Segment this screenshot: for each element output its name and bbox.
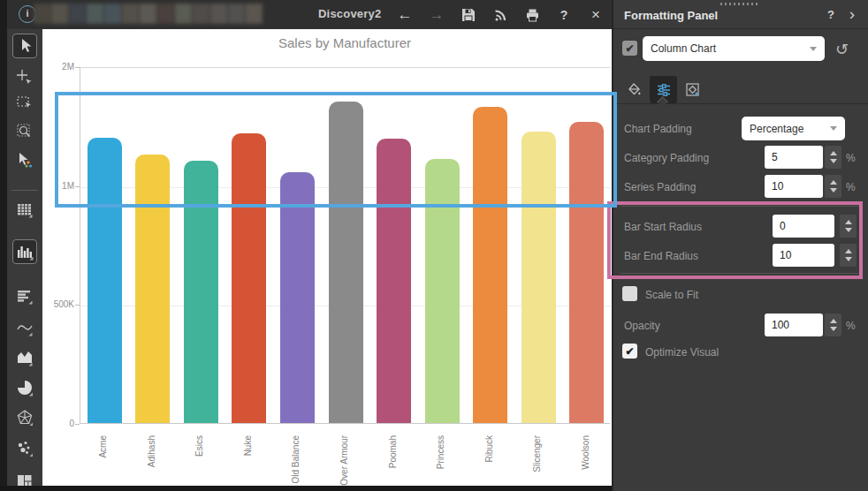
chart-bar[interactable]	[232, 133, 266, 423]
chart-bar[interactable]	[569, 122, 604, 423]
crosshair-pointer-icon	[15, 68, 34, 87]
sidebar-item-zoom-select[interactable]	[15, 122, 34, 141]
help-icon[interactable]: ?	[552, 4, 576, 26]
sliders-icon	[656, 82, 672, 98]
window-edge	[0, 0, 7, 491]
y-axis-tick	[75, 67, 80, 68]
panel-drag-handle[interactable]	[720, 2, 760, 6]
radar-chart-icon	[15, 408, 34, 427]
chart-bar[interactable]	[88, 138, 122, 423]
bar-start-radius-input[interactable]	[773, 215, 834, 238]
opacity-input[interactable]	[765, 313, 823, 336]
x-axis-label: Adihash	[147, 431, 157, 491]
series-padding-input[interactable]	[765, 175, 823, 198]
field-label: Scale to Fit	[645, 289, 698, 301]
x-axis-label: Princess	[436, 431, 446, 491]
chart-padding-dropdown[interactable]: Percentage	[742, 117, 845, 140]
visual-enabled-checkbox[interactable]: ✔	[622, 41, 637, 56]
table-icon	[15, 200, 34, 220]
close-icon[interactable]: ×	[583, 4, 608, 26]
pointer-icon	[15, 36, 34, 56]
area-chart-icon	[15, 348, 34, 367]
x-axis-label: Over Armour	[339, 431, 350, 491]
field-label: Opacity	[624, 320, 660, 332]
back-icon[interactable]: ←	[392, 4, 417, 26]
dashboard-title: Discovery2	[318, 7, 381, 20]
chart-title: Sales by Manufacturer	[80, 35, 610, 50]
sidebar-item-column-chart[interactable]	[12, 239, 37, 264]
series-padding-stepper[interactable]	[825, 175, 841, 198]
chart-bar[interactable]	[522, 132, 556, 423]
category-padding-input[interactable]	[765, 146, 823, 169]
percent-unit: %	[846, 152, 856, 164]
x-axis-label: Nuke	[243, 431, 254, 491]
chart-bar[interactable]	[329, 102, 363, 423]
sidebar-item-bar-chart[interactable]	[15, 287, 34, 306]
line-chart-icon	[15, 319, 34, 338]
sidebar-item-rectangle-select[interactable]	[15, 94, 34, 113]
field-label: Bar End Radius	[624, 250, 698, 262]
chart-bar[interactable]	[135, 155, 170, 423]
percent-unit: %	[846, 320, 856, 332]
y-axis-label: 0	[42, 419, 74, 428]
x-axis-label: Ribuck	[484, 431, 495, 491]
sidebar-item-data-pointer[interactable]	[15, 151, 34, 170]
subscribe-feed-icon[interactable]	[488, 4, 513, 26]
y-axis-label: 500K	[42, 299, 74, 309]
paint-bucket-icon	[627, 82, 642, 97]
chart-bar[interactable]	[280, 172, 315, 423]
tab-data-format[interactable]	[679, 76, 706, 103]
visual-type-dropdown[interactable]: Column Chart	[643, 36, 825, 61]
x-axis-label: Esics	[194, 431, 205, 491]
x-axis-label: Old Balance	[291, 431, 301, 491]
sidebar-item-area-chart[interactable]	[15, 348, 34, 367]
reset-icon[interactable]: ↺	[835, 40, 849, 59]
redacted-toolbar-items	[34, 4, 263, 24]
opacity-stepper[interactable]	[825, 313, 841, 336]
visual-type-value: Column Chart	[651, 42, 716, 55]
category-padding-stepper[interactable]	[825, 146, 841, 169]
chart-bar[interactable]	[425, 159, 460, 423]
sidebar-item-treemap-chart[interactable]	[15, 472, 34, 486]
panel-collapse-icon[interactable]: ›	[845, 4, 859, 24]
sidebar-item-point-select[interactable]	[15, 68, 34, 87]
sidebar-item-scatter-chart[interactable]	[15, 439, 34, 458]
chevron-down-icon	[810, 47, 817, 51]
pie-chart-icon	[15, 378, 34, 397]
application-window: i Discovery2 ← → ? ×	[0, 0, 868, 491]
field-label: Category Padding	[624, 152, 709, 164]
y-axis-label: 1M	[42, 181, 74, 191]
forward-icon[interactable]: →	[424, 4, 449, 26]
bar-end-radius-stepper[interactable]	[840, 244, 857, 267]
plot-area	[80, 67, 610, 424]
sidebar-item-pie-chart[interactable]	[15, 378, 34, 397]
sidebar-item-table[interactable]	[15, 200, 34, 220]
bar-end-radius-input[interactable]	[773, 244, 834, 267]
sidebar-item-radar-chart[interactable]	[15, 408, 34, 427]
formatting-panel: Formatting Panel ? › ✔ Column Chart ↺ Ch…	[612, 0, 868, 491]
tab-fill-format[interactable]	[621, 76, 648, 103]
x-axis-label: Woolson	[581, 431, 591, 491]
sidebar-divider	[11, 190, 38, 191]
panel-help-icon[interactable]: ?	[824, 8, 838, 21]
chart-padding-value: Percentage	[750, 123, 803, 135]
bar-start-radius-stepper[interactable]	[840, 215, 857, 238]
percent-unit: %	[846, 181, 856, 193]
save-icon[interactable]	[456, 4, 481, 26]
field-label: Optimize Visual	[645, 346, 719, 359]
print-icon[interactable]	[520, 4, 544, 26]
y-axis-tick	[75, 186, 80, 187]
y-axis-label: 2M	[42, 62, 74, 72]
scale-to-fit-checkbox[interactable]: ✔	[622, 286, 637, 301]
chart-bar[interactable]	[184, 161, 218, 423]
window-bottom-edge	[0, 486, 612, 491]
sidebar-item-line-chart[interactable]	[15, 319, 34, 338]
x-axis-label: Poomah	[388, 431, 399, 491]
marquee-pointer-icon	[15, 94, 34, 113]
chart-bar[interactable]	[473, 107, 507, 423]
optimize-visual-checkbox[interactable]: ✔	[622, 344, 637, 359]
field-label: Bar Start Radius	[624, 221, 702, 233]
sidebar-item-pointer[interactable]	[12, 34, 37, 58]
chart-bar[interactable]	[377, 139, 411, 423]
field-label: Chart Padding	[624, 123, 692, 135]
